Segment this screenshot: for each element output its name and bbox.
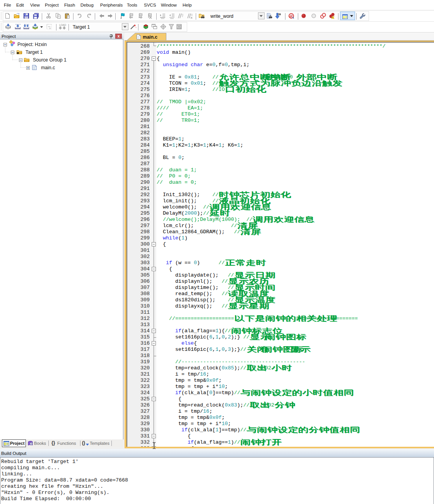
svg-text:LOAD: LOAD xyxy=(59,24,66,26)
svg-text:@: @ xyxy=(290,14,293,18)
svg-text:?: ? xyxy=(31,442,32,445)
